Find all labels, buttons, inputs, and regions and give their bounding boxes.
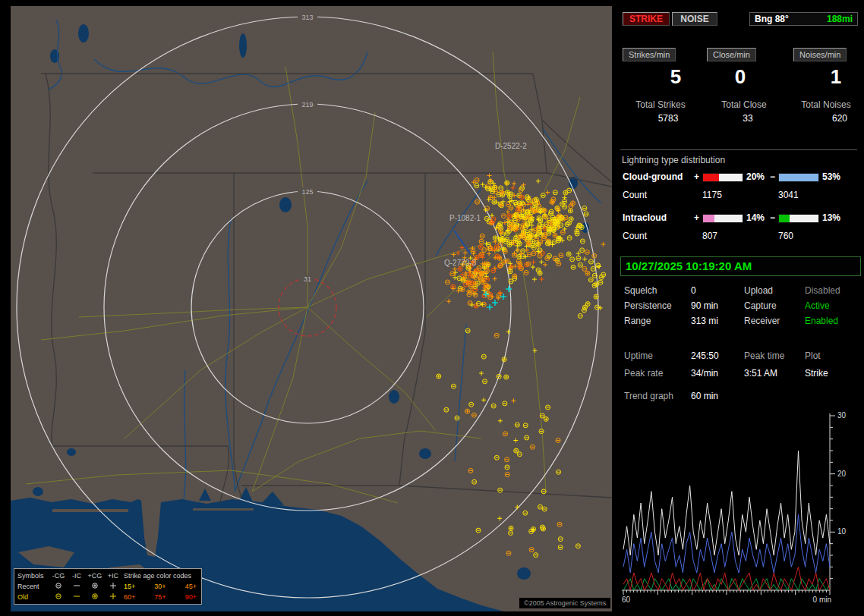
cg-plus-percent: 20% xyxy=(746,171,765,182)
peak-time-value: 3:51 AM xyxy=(744,368,777,379)
capture-status: Active xyxy=(805,300,830,311)
cg-plus-bar-fill xyxy=(703,174,719,181)
peak-rate-label: Peak rate xyxy=(624,368,663,379)
circle-minus-icon xyxy=(49,582,68,591)
ring-label-219: 219 xyxy=(301,101,313,108)
trend-graph-value: 60 min xyxy=(691,391,718,401)
legend-row-old: Old 60+75+90+ xyxy=(17,592,198,602)
svg-text:20: 20 xyxy=(837,470,847,478)
section-divider xyxy=(620,149,857,150)
circle-plus-icon xyxy=(86,592,104,602)
plus-sign: + xyxy=(694,212,699,223)
legend-ages-recent: 15+30+45+ xyxy=(122,583,198,590)
ic-plus-bar xyxy=(702,214,743,223)
noise-button[interactable]: NOISE xyxy=(672,12,717,26)
uptime-label: Uptime xyxy=(624,350,653,361)
legend-age-header: Strike age color codes xyxy=(122,572,198,580)
distribution-title: Lightning type distribution xyxy=(622,155,725,165)
age-code: 75+ xyxy=(154,593,166,601)
range-label: Range xyxy=(624,316,651,326)
noises-per-min-value: 1 xyxy=(798,65,864,89)
datetime-value: 10/27/2025 10:19:20 AM xyxy=(626,259,752,272)
upload-label: Upload xyxy=(744,285,773,296)
cg-minus-bar xyxy=(778,173,819,182)
squelch-label: Squelch xyxy=(624,285,657,296)
legend-symbols-header: Symbols xyxy=(17,572,49,580)
svg-text:60: 60 xyxy=(622,596,631,604)
circle-minus-icon xyxy=(49,592,68,602)
bearing-value: Bng 88° xyxy=(750,14,789,24)
control-panel: STRIKE NOISE Bng 88° 188mi Strikes/min C… xyxy=(619,6,860,611)
ring-label-125: 125 xyxy=(301,188,313,196)
age-code: 60+ xyxy=(124,593,135,601)
strikes-per-min-label: Strikes/min xyxy=(623,48,676,61)
age-code: 30+ xyxy=(154,583,166,590)
minus-sign: − xyxy=(770,171,775,182)
total-strikes-value: 5783 xyxy=(626,113,710,124)
cg-minus-percent: 53% xyxy=(822,171,840,182)
distance-value: 188mi xyxy=(827,13,857,25)
ic-minus-bar-fill xyxy=(779,215,790,222)
legend-header-pcg: +CG xyxy=(86,572,104,580)
legend-header-nic: -IC xyxy=(68,572,86,580)
intracloud-label: Intracloud xyxy=(623,212,667,223)
cg-minus-bar-fill xyxy=(779,174,818,181)
legend-header-ncg: -CG xyxy=(49,572,68,580)
map-panel[interactable]: 313 219 125 31 D-2522-2P-1082-1Q-2770-3 … xyxy=(11,6,612,611)
circle-plus-icon xyxy=(86,582,104,591)
minus-icon xyxy=(68,592,86,602)
plot-label: Plot xyxy=(805,350,821,361)
ic-minus-count: 760 xyxy=(778,231,793,241)
age-code: 90+ xyxy=(185,593,197,601)
plot-value: Strike xyxy=(805,368,828,379)
range-value: 313 mi xyxy=(691,316,718,326)
age-code: 15+ xyxy=(124,583,135,590)
strike-legend: Symbols -CG -IC +CG +IC Strike age color… xyxy=(14,568,202,605)
minus-sign: − xyxy=(770,212,775,223)
capture-label: Capture xyxy=(744,300,777,311)
legend-recent-label: Recent xyxy=(17,583,49,590)
receiver-label: Receiver xyxy=(744,316,780,326)
cg-count-label: Count xyxy=(623,190,647,200)
receiver-status: Enabled xyxy=(805,316,838,326)
uptime-value: 245:50 xyxy=(691,350,719,361)
total-close-value: 33 xyxy=(706,113,790,124)
plus-sign: + xyxy=(694,171,699,182)
noises-per-min-label: Noises/min xyxy=(793,48,847,61)
cloud-ground-label: Cloud-ground xyxy=(623,171,683,182)
bearing-display: Bng 88° 188mi xyxy=(749,12,858,26)
ic-minus-bar xyxy=(778,214,819,223)
ic-count-label: Count xyxy=(623,231,647,241)
svg-text:Q-2770-3: Q-2770-3 xyxy=(444,259,477,267)
ic-minus-percent: 13% xyxy=(822,212,840,223)
legend-header-pic: +IC xyxy=(104,572,122,580)
total-close-label: Total Close xyxy=(702,99,786,110)
plus-icon xyxy=(104,582,122,591)
plus-icon xyxy=(104,592,122,602)
cg-plus-count: 1175 xyxy=(702,190,722,200)
cg-minus-count: 3041 xyxy=(778,190,799,200)
squelch-value: 0 xyxy=(691,285,696,296)
total-strikes-label: Total Strikes xyxy=(619,99,702,110)
svg-text:0 min: 0 min xyxy=(813,596,831,604)
legend-old-label: Old xyxy=(17,593,49,601)
svg-text:P-1082-1: P-1082-1 xyxy=(449,214,481,222)
legend-header-row: Symbols -CG -IC +CG +IC Strike age color… xyxy=(17,570,198,581)
lightning-map[interactable]: 313 219 125 31 D-2522-2P-1082-1Q-2770-3 xyxy=(11,6,612,611)
legend-ages-old: 60+75+90+ xyxy=(122,593,198,601)
upload-status: Disabled xyxy=(805,285,840,296)
ring-label-31: 31 xyxy=(304,275,311,283)
total-noises-label: Total Noises xyxy=(784,99,864,110)
legend-row-recent: Recent 15+30+45+ xyxy=(17,581,198,592)
age-code: 45+ xyxy=(185,583,197,590)
ic-plus-bar-fill xyxy=(703,215,714,222)
peak-time-label: Peak time xyxy=(744,350,784,361)
svg-text:10: 10 xyxy=(837,527,847,536)
close-per-min-label: Close/min xyxy=(707,48,756,61)
trend-graph-label: Trend graph xyxy=(624,391,673,401)
strike-button[interactable]: STRIKE xyxy=(623,12,670,26)
close-per-min-value: 0 xyxy=(702,65,778,89)
minus-icon xyxy=(68,582,86,591)
copyright-text: ©2005 Astrogenic Systems xyxy=(519,598,610,608)
ic-plus-percent: 14% xyxy=(746,212,765,223)
